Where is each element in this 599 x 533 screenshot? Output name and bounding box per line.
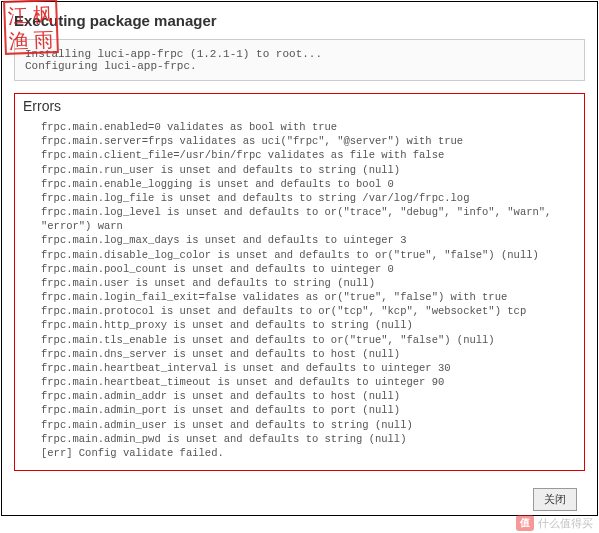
watermark-text: 什么值得买 [538, 516, 593, 531]
errors-panel: Errors frpc.main.enabled=0 validates as … [14, 93, 585, 471]
watermark-badge: 值 [516, 515, 534, 531]
install-output: Installing luci-app-frpc (1.2.1-1) to ro… [14, 39, 585, 81]
close-button[interactable]: 关闭 [533, 488, 577, 511]
dialog-frame: Executing package manager Installing luc… [1, 1, 598, 516]
site-watermark: 值 什么值得买 [516, 515, 593, 531]
errors-heading: Errors [23, 98, 576, 114]
errors-output: frpc.main.enabled=0 validates as bool wi… [23, 120, 576, 460]
page-title: Executing package manager [14, 12, 585, 29]
